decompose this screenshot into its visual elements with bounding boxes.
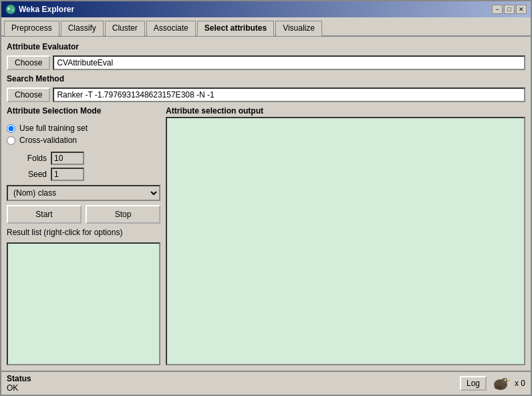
close-button[interactable]: ✕ <box>516 5 527 14</box>
search-method-label: Search Method <box>7 74 525 83</box>
status-value: OK <box>7 383 31 393</box>
tab-select-attributes[interactable]: Select attributes <box>197 21 274 36</box>
folds-input[interactable] <box>51 152 84 165</box>
seed-input[interactable] <box>51 168 84 181</box>
content-area: Attribute Evaluator Choose CVAttributeEv… <box>1 37 531 371</box>
radio-cross-validation-label: Cross-validation <box>19 136 77 145</box>
status-left: Status OK <box>7 374 31 393</box>
tab-bar: Preprocess Classify Cluster Associate Se… <box>1 17 531 37</box>
search-method-row: Choose Ranker -T -1.7976931348623157E308… <box>7 87 525 102</box>
stop-button[interactable]: Stop <box>86 205 160 224</box>
result-list-label: Result list (right-click for options) <box>7 228 160 237</box>
folds-row: Folds <box>20 152 160 165</box>
output-box <box>166 117 525 365</box>
svg-point-1 <box>7 7 10 10</box>
tab-preprocess[interactable]: Preprocess <box>4 21 59 36</box>
cv-options: Folds Seed <box>7 152 160 181</box>
title-buttons: − □ ✕ <box>492 5 527 14</box>
title-bar-left: Weka Explorer <box>5 4 74 15</box>
x-count-label: x 0 <box>515 379 525 388</box>
search-method-choose-button[interactable]: Choose <box>7 87 50 102</box>
radio-full-training-label: Use full training set <box>19 124 88 133</box>
seed-row: Seed <box>20 168 160 181</box>
app-icon <box>5 4 16 15</box>
main-area: Attribute Selection Mode Use full traini… <box>7 106 525 365</box>
seed-label: Seed <box>20 170 47 179</box>
svg-point-4 <box>502 378 507 383</box>
radio-cross-validation[interactable] <box>7 136 15 145</box>
class-dropdown[interactable]: (Nom) class <box>7 185 160 201</box>
attribute-evaluator-label: Attribute Evaluator <box>7 42 525 51</box>
tab-classify[interactable]: Classify <box>61 21 104 36</box>
folds-label: Folds <box>20 154 47 163</box>
action-buttons-row: Start Stop <box>7 205 160 224</box>
attribute-evaluator-value: CVAttributeEval <box>53 55 525 70</box>
svg-point-5 <box>504 379 506 381</box>
search-method-value: Ranker -T -1.7976931348623157E308 -N -1 <box>53 87 525 102</box>
start-button[interactable]: Start <box>7 205 82 224</box>
tab-associate[interactable]: Associate <box>146 21 196 36</box>
result-list-box[interactable] <box>7 242 160 365</box>
main-window: Weka Explorer − □ ✕ Preprocess Classify … <box>0 0 532 396</box>
log-button[interactable]: Log <box>460 376 487 391</box>
svg-marker-6 <box>507 379 511 382</box>
radio-full-training[interactable] <box>7 124 15 133</box>
maximize-button[interactable]: □ <box>504 5 515 14</box>
right-panel: Attribute selection output <box>166 106 525 365</box>
radio-group: Use full training set Cross-validation <box>7 121 160 148</box>
svg-point-0 <box>6 5 15 14</box>
svg-point-2 <box>12 9 14 11</box>
status-bar: Status OK Log x 0 <box>1 371 531 395</box>
status-right: Log x 0 <box>460 375 525 391</box>
window-title: Weka Explorer <box>19 5 74 14</box>
left-panel: Attribute Selection Mode Use full traini… <box>7 106 160 365</box>
tab-visualize[interactable]: Visualize <box>275 21 322 36</box>
radio-full-training-row: Use full training set <box>7 124 160 133</box>
tab-cluster[interactable]: Cluster <box>105 21 145 36</box>
output-label: Attribute selection output <box>166 106 525 116</box>
class-dropdown-row: (Nom) class <box>7 185 160 201</box>
attribute-selection-mode-label: Attribute Selection Mode <box>7 106 160 116</box>
title-bar: Weka Explorer − □ ✕ <box>1 1 531 17</box>
search-method-section: Search Method Choose Ranker -T -1.797693… <box>7 74 525 102</box>
radio-cross-validation-row: Cross-validation <box>7 136 160 145</box>
attribute-evaluator-section: Attribute Evaluator Choose CVAttributeEv… <box>7 42 525 70</box>
minimize-button[interactable]: − <box>492 5 503 14</box>
weka-logo <box>491 375 511 391</box>
svg-point-7 <box>495 385 503 389</box>
attribute-evaluator-choose-button[interactable]: Choose <box>7 55 50 70</box>
attribute-evaluator-row: Choose CVAttributeEval <box>7 55 525 70</box>
status-label: Status <box>7 374 31 383</box>
